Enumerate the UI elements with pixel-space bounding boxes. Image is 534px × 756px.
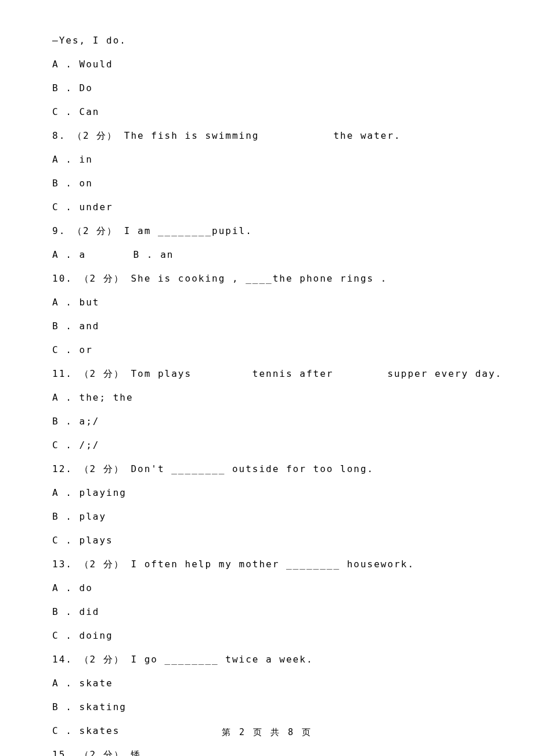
q10-option-b: B . and (52, 319, 482, 333)
intro-option-a: A . Would (52, 57, 482, 71)
q14-option-a: A . skate (52, 676, 482, 690)
q8-option-c: C . under (52, 200, 482, 214)
q13-option-a: A . do (52, 581, 482, 595)
q10-option-a: A . but (52, 296, 482, 309)
q13-stem: 13. （2 分） I often help my mother _______… (52, 557, 482, 571)
q15-stem: 15. （2 分） 矮 (52, 748, 482, 756)
q8-option-a: A . in (52, 153, 482, 167)
intro-option-c: C . Can (52, 105, 482, 119)
q11-option-b: B . a;/ (52, 415, 482, 429)
q12-option-c: C . plays (52, 534, 482, 548)
q8-stem: 8. （2 分） The fish is swimming the water. (52, 129, 482, 143)
q13-option-c: C . doing (52, 629, 482, 643)
q9-stem: 9. （2 分） I am ________pupil. (52, 224, 482, 238)
q14-stem: 14. （2 分） I go ________ twice a week. (52, 653, 482, 667)
intro-answer: —Yes, I do. (52, 34, 482, 48)
q10-option-c: C . or (52, 343, 482, 357)
q14-option-b: B . skating (52, 700, 482, 714)
q9-options: A . a B . an (52, 248, 482, 262)
q13-option-b: B . did (52, 605, 482, 619)
q11-stem: 11. （2 分） Tom plays tennis after supper … (52, 367, 482, 381)
page-footer: 第 2 页 共 8 页 (0, 726, 534, 739)
intro-option-b: B . Do (52, 81, 482, 95)
q12-option-a: A . playing (52, 486, 482, 500)
q11-option-a: A . the; the (52, 391, 482, 405)
q8-option-b: B . on (52, 177, 482, 190)
q12-stem: 12. （2 分） Don't ________ outside for too… (52, 462, 482, 476)
q10-stem: 10. （2 分） She is cooking , ____the phone… (52, 272, 482, 286)
q11-option-c: C . /;/ (52, 438, 482, 452)
q12-option-b: B . play (52, 510, 482, 524)
